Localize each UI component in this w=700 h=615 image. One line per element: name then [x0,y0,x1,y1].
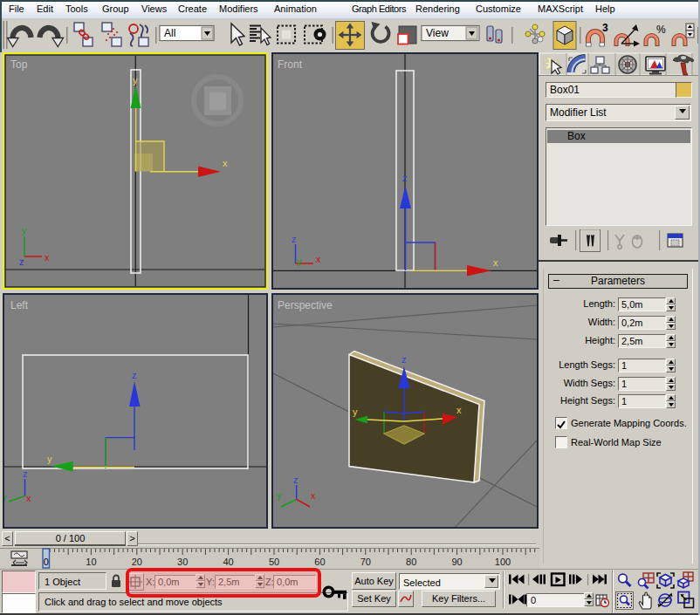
svg-text:Front: Front [278,58,303,71]
svg-text:y: y [47,454,52,464]
svg-text:x: x [45,252,50,263]
svg-text:All: All [164,27,175,39]
svg-text:y: y [22,225,27,236]
svg-text:x: x [316,254,321,264]
svg-text:90: 90 [451,557,462,567]
svg-text:Perspective: Perspective [278,299,333,311]
svg-text:%: % [656,24,666,36]
svg-text:Left: Left [10,299,29,311]
svg-text:z: z [23,468,28,479]
svg-text:3: 3 [602,22,608,34]
svg-text:0: 0 [44,557,49,567]
svg-text:x: x [456,405,462,415]
svg-text:30: 30 [177,557,188,567]
svg-text:x: x [26,493,31,503]
svg-text:y: y [353,407,358,417]
svg-text:z: z [293,475,299,485]
svg-text:20: 20 [132,557,142,567]
svg-text:80: 80 [406,557,416,567]
svg-text:70: 70 [360,557,371,567]
svg-text:z: z [402,173,408,183]
svg-text:Top: Top [10,58,28,71]
svg-text:10: 10 [86,557,96,567]
svg-text:View: View [426,27,449,39]
svg-text:50: 50 [269,557,279,567]
svg-text:x: x [493,257,498,268]
svg-text:z: z [19,256,24,267]
svg-text:y: y [297,256,302,266]
svg-text:z: z [132,370,137,380]
svg-text:x: x [223,158,228,168]
svg-text:100: 100 [495,557,511,567]
svg-text:60: 60 [314,557,325,567]
svg-text:x: x [311,490,316,501]
svg-text:40: 40 [223,557,233,567]
svg-text:z: z [401,354,407,365]
svg-text:y: y [277,490,282,501]
svg-text:z: z [292,234,297,244]
svg-text:y: y [133,75,138,85]
